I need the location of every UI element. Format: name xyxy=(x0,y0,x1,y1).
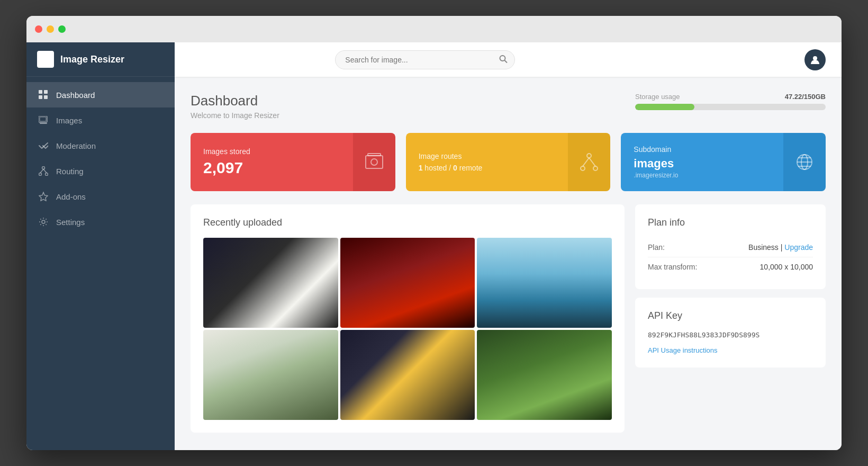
dashboard-title-group: Dashboard Welcome to Image Resizer xyxy=(191,93,279,120)
svg-line-18 xyxy=(505,60,508,63)
max-transform-label: Max transform: xyxy=(648,263,697,271)
logo-icon xyxy=(37,51,54,68)
svg-rect-5 xyxy=(44,90,48,94)
stat-label: Image routes xyxy=(419,152,556,160)
svg-line-14 xyxy=(40,169,43,173)
image-grid xyxy=(203,238,612,420)
topbar xyxy=(175,42,842,77)
svg-point-23 xyxy=(587,154,591,158)
subdomain-name: images xyxy=(634,157,771,171)
thumbnail-3[interactable] xyxy=(477,238,612,328)
api-usage-link[interactable]: API Usage instructions xyxy=(648,346,718,354)
storage-label: Storage usage xyxy=(635,93,680,101)
thumbnail-6[interactable] xyxy=(477,330,612,420)
addons-icon xyxy=(38,191,49,202)
svg-line-27 xyxy=(589,158,595,166)
svg-rect-6 xyxy=(39,95,42,99)
svg-rect-9 xyxy=(40,117,46,121)
stat-card-main: Subdomain images .imageresizer.io xyxy=(621,133,783,191)
app-title: Image Resizer xyxy=(60,54,124,65)
max-transform-value: 10,000 x 10,000 xyxy=(760,263,813,271)
svg-rect-21 xyxy=(368,154,381,156)
svg-rect-0 xyxy=(41,55,45,59)
thumbnail-2[interactable] xyxy=(340,238,475,328)
dashboard-header: Dashboard Welcome to Image Resizer Stora… xyxy=(191,93,826,120)
stat-cards: Images stored 2,097 xyxy=(191,133,826,191)
stat-card-routes: Image routes 1 hosted / 0 remote xyxy=(406,133,611,191)
svg-point-24 xyxy=(581,166,585,171)
thumbnail-5[interactable] xyxy=(340,330,475,420)
sidebar-logo: Image Resizer xyxy=(26,42,175,77)
sidebar-item-label: Settings xyxy=(56,218,85,227)
svg-line-15 xyxy=(43,169,47,173)
stat-card-main: Images stored 2,097 xyxy=(191,133,353,191)
upgrade-link[interactable]: Upgrade xyxy=(784,243,813,252)
images-icon xyxy=(38,115,49,126)
sidebar-item-label: Routing xyxy=(56,167,84,176)
svg-rect-2 xyxy=(41,60,45,64)
sidebar-item-label: Add-ons xyxy=(56,192,86,201)
settings-icon xyxy=(38,217,49,227)
stat-card-images: Images stored 2,097 xyxy=(191,133,395,191)
stat-label: Subdomain xyxy=(634,145,771,154)
search-icon xyxy=(499,55,508,65)
svg-rect-3 xyxy=(46,60,50,64)
avatar[interactable] xyxy=(804,49,826,70)
page-subtitle: Welcome to Image Resizer xyxy=(191,111,279,120)
plan-info-title: Plan info xyxy=(648,217,813,228)
svg-point-17 xyxy=(500,56,505,61)
stat-label: Images stored xyxy=(203,147,340,156)
plan-label: Plan: xyxy=(648,243,665,252)
api-key-title: API Key xyxy=(648,310,813,321)
sidebar-item-settings[interactable]: Settings xyxy=(26,209,175,235)
sidebar-item-label: Moderation xyxy=(56,141,96,150)
side-panel: Plan info Plan: Business | Upgrade xyxy=(635,204,826,433)
max-transform-row: Max transform: 10,000 x 10,000 xyxy=(648,257,813,276)
svg-line-26 xyxy=(583,158,589,166)
sidebar-item-routing[interactable]: Routing xyxy=(26,158,175,184)
sidebar-item-dashboard[interactable]: Dashboard xyxy=(26,82,175,107)
dashboard-body: Dashboard Welcome to Image Resizer Stora… xyxy=(175,77,842,450)
sidebar-item-label: Images xyxy=(56,116,82,125)
svg-point-16 xyxy=(42,220,45,223)
svg-point-25 xyxy=(593,166,598,171)
sidebar-item-images[interactable]: Images xyxy=(26,107,175,133)
thumbnail-1[interactable] xyxy=(203,238,338,328)
api-key-card: API Key 892F9KJFHS88L9383JDF9DS899S API … xyxy=(635,298,826,368)
storage-fill xyxy=(635,104,694,110)
titlebar xyxy=(26,16,842,42)
routing-icon xyxy=(38,166,49,176)
minimize-button[interactable] xyxy=(47,25,54,33)
svg-rect-4 xyxy=(39,90,42,94)
sidebar-item-addons[interactable]: Add-ons xyxy=(26,184,175,209)
sidebar-item-moderation[interactable]: Moderation xyxy=(26,133,175,158)
traffic-lights xyxy=(35,25,66,33)
search-input[interactable] xyxy=(335,50,515,69)
api-key-value: 892F9KJFHS88L9383JDF9DS899S xyxy=(648,331,813,339)
plan-row: Plan: Business | Upgrade xyxy=(648,238,813,257)
close-button[interactable] xyxy=(35,25,42,33)
sidebar-item-label: Dashboard xyxy=(56,91,95,100)
sidebar: Image Resizer Dashboard Images xyxy=(26,42,175,450)
thumbnail-4[interactable] xyxy=(203,330,338,420)
storage-value: 47.22/150GB xyxy=(785,93,826,101)
page-title: Dashboard xyxy=(191,93,279,109)
svg-point-19 xyxy=(813,56,817,60)
images-stored-icon xyxy=(353,133,395,191)
recently-uploaded: Recently uploaded xyxy=(191,204,625,433)
svg-rect-10 xyxy=(40,123,47,124)
stat-value: 2,097 xyxy=(203,159,340,177)
lower-section: Recently uploaded xyxy=(191,204,826,433)
svg-rect-7 xyxy=(44,95,48,99)
subdomain-url: .imageresizer.io xyxy=(634,172,771,179)
storage-bar xyxy=(635,104,826,110)
plan-value: Business | Upgrade xyxy=(748,243,813,252)
fullscreen-button[interactable] xyxy=(58,25,66,33)
routes-icon xyxy=(568,133,610,191)
svg-point-13 xyxy=(46,173,48,176)
svg-point-22 xyxy=(371,159,377,165)
svg-point-12 xyxy=(39,173,42,176)
app-window: Image Resizer Dashboard Images xyxy=(26,16,842,450)
stat-card-main: Image routes 1 hosted / 0 remote xyxy=(406,133,568,191)
svg-point-11 xyxy=(42,167,45,169)
